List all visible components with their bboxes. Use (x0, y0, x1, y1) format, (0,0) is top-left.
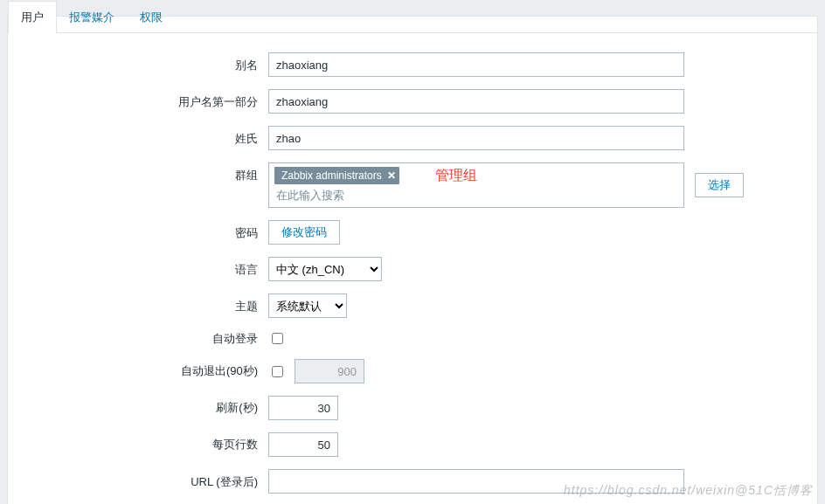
label-language: 语言 (32, 257, 268, 278)
group-tag[interactable]: Zabbix administrators ✕ (274, 167, 399, 184)
tab-permissions[interactable]: 权限 (127, 1, 176, 32)
label-autologin: 自动登录 (32, 331, 268, 347)
tab-media[interactable]: 报警媒介 (56, 1, 128, 32)
annotation-text: 管理组 (435, 167, 477, 185)
label-theme: 主题 (32, 293, 268, 314)
language-select[interactable]: 中文 (zh_CN) (268, 257, 382, 281)
autologout-value (295, 359, 364, 383)
rows-per-page-input[interactable] (268, 432, 338, 457)
autologin-checkbox[interactable] (272, 333, 283, 344)
surname-input[interactable] (268, 126, 684, 150)
theme-select[interactable]: 系统默认 (268, 293, 347, 318)
label-refresh: 刷新(秒) (32, 400, 268, 416)
label-autologout: 自动退出(90秒) (32, 363, 268, 379)
label-url: URL (登录后) (32, 469, 268, 490)
change-password-button[interactable]: 修改密码 (268, 220, 340, 245)
tabs: 用户 报警媒介 权限 (8, 1, 817, 33)
groups-search-placeholder: 在此输入搜索 (274, 188, 678, 204)
label-surname: 姓氏 (32, 126, 268, 147)
refresh-input[interactable] (268, 396, 338, 420)
label-name-first: 用户名第一部分 (32, 89, 268, 110)
autologout-checkbox[interactable] (272, 366, 283, 377)
alias-input[interactable] (268, 52, 684, 77)
select-groups-button[interactable]: 选择 (695, 173, 744, 197)
label-password: 密码 (32, 220, 268, 241)
group-tag-label: Zabbix administrators (281, 169, 382, 182)
remove-tag-icon[interactable]: ✕ (387, 169, 396, 182)
label-groups: 群组 (32, 162, 268, 183)
tab-user[interactable]: 用户 (8, 1, 57, 32)
label-rows: 每页行数 (32, 437, 268, 452)
label-alias: 别名 (32, 52, 268, 73)
name-first-input[interactable] (268, 89, 684, 114)
groups-multiselect[interactable]: Zabbix administrators ✕ 管理组 在此输入搜索 (268, 162, 684, 208)
url-input[interactable] (268, 469, 684, 494)
user-form: 别名 用户名第一部分 姓氏 群组 (8, 33, 817, 504)
